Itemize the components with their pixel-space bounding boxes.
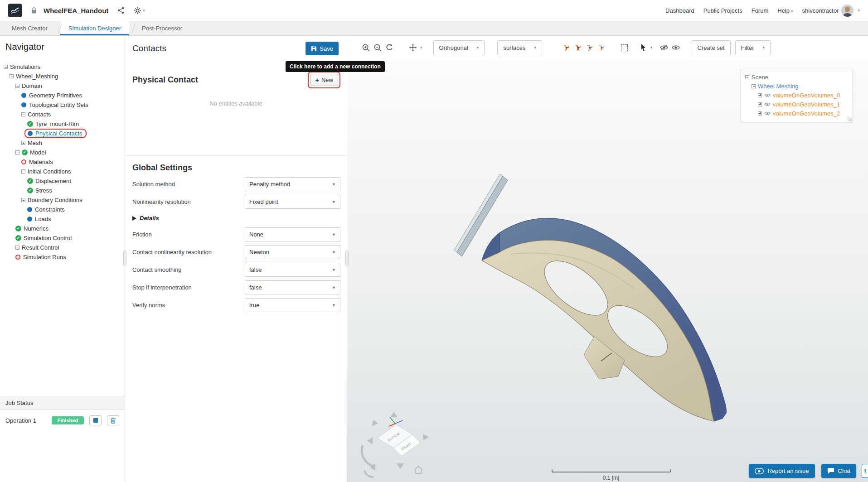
pan-tool-menu[interactable]: ▾: [407, 42, 422, 53]
collapse-icon[interactable]: [15, 84, 19, 88]
tree-item-constraints[interactable]: Constraints: [0, 205, 125, 214]
annotation-highlight: Physical Contacts: [24, 129, 87, 138]
collapse-icon[interactable]: [21, 112, 25, 116]
tree-item-displacement[interactable]: ✓Displacement: [0, 176, 125, 186]
projection-select[interactable]: Orthogonal▾: [433, 40, 485, 55]
solution-method-select[interactable]: Penalty method ▼: [245, 177, 340, 191]
tree-item-label: Mesh: [28, 140, 42, 146]
reset-view-icon[interactable]: [383, 42, 395, 53]
settings-menu[interactable]: ▾: [134, 7, 145, 14]
collapse-icon[interactable]: [15, 150, 19, 154]
scene-group-row[interactable]: Wheel Meshing: [745, 82, 849, 91]
model-3d-view[interactable]: BOTTOM RIGHT: [347, 59, 868, 482]
scene-item-volumeongeovolumes-0[interactable]: volumeOnGeoVolumes_0: [745, 91, 849, 100]
scene-item-label: volumeOnGeoVolumes_1: [773, 101, 840, 108]
verify-norms-select[interactable]: true ▼: [245, 298, 340, 312]
tree-item-domain[interactable]: Domain: [0, 81, 125, 91]
report-issue-button[interactable]: Report an issue: [749, 464, 815, 478]
box-select-icon[interactable]: [618, 42, 630, 53]
user-menu[interactable]: shivcontractor ▾: [802, 5, 860, 17]
collapse-icon[interactable]: [4, 65, 8, 69]
scene-tree-overlay: Scene Wheel Meshing volumeOnGeoVolumes_0…: [741, 69, 853, 122]
tree-item-boundary-conditions[interactable]: Boundary Conditions: [0, 195, 125, 205]
simscale-logo[interactable]: [8, 4, 22, 17]
tab-post-processor[interactable]: Post-Processor: [134, 21, 190, 35]
save-button[interactable]: Save: [305, 42, 339, 55]
selection-filter-edges-icon[interactable]: [584, 42, 596, 53]
viewport-canvas[interactable]: BOTTOM RIGHT: [347, 59, 868, 482]
tree-item-simulation-runs[interactable]: Simulation Runs: [0, 252, 125, 262]
expand-icon[interactable]: [758, 102, 762, 106]
collapse-icon[interactable]: [21, 169, 25, 174]
view-gizmo[interactable]: BOTTOM RIGHT: [362, 412, 429, 477]
setting-row-verify-norms: Verify norms true ▼: [132, 296, 340, 314]
tree-item-stress[interactable]: ✓Stress: [0, 186, 125, 195]
avatar[interactable]: [841, 5, 853, 17]
show-all-icon[interactable]: [670, 42, 682, 53]
details-toggle[interactable]: Details: [125, 211, 347, 226]
panel-resize-handle-left[interactable]: [123, 251, 126, 266]
tab-mesh-creator[interactable]: Mesh Creator: [4, 21, 56, 35]
notification-badge[interactable]: !: [862, 464, 868, 478]
stop-job-button[interactable]: [89, 415, 102, 425]
tree-item-tyre-mount-rim[interactable]: ✓Tyre_mount-Rim: [0, 119, 125, 129]
selection-filter-volumes-icon[interactable]: [560, 42, 572, 53]
tree-item-contacts[interactable]: Contacts: [0, 110, 125, 119]
help-menu[interactable]: Help▾: [777, 7, 793, 14]
render-mode-select[interactable]: surfaces▾: [497, 40, 542, 55]
tree-item-simulation-control[interactable]: ✓Simulation Control: [0, 233, 125, 243]
expand-icon[interactable]: [758, 93, 762, 97]
tree-item-model[interactable]: ✓Model: [0, 148, 125, 157]
contact-nonlinearity-resolution-select[interactable]: Newton ▼: [245, 245, 340, 259]
share-icon[interactable]: [117, 7, 125, 14]
tree-item-mesh[interactable]: Mesh: [0, 138, 125, 148]
selection-filter-nodes-icon[interactable]: [596, 42, 607, 53]
status-dot-icon: [27, 217, 32, 222]
home-view-icon[interactable]: [414, 466, 422, 473]
tab-simulation-designer[interactable]: Simulation Designer: [60, 21, 129, 35]
tree-item-loads[interactable]: Loads: [0, 214, 125, 224]
tree-item-wheel-meshing[interactable]: Wheel_Meshing: [0, 72, 125, 81]
expand-icon[interactable]: [15, 246, 19, 250]
tree-item-geometry-primitives[interactable]: Geometry Primitives: [0, 91, 125, 100]
scene-item-volumeongeovolumes-2[interactable]: volumeOnGeoVolumes_2: [745, 109, 849, 118]
friction-select[interactable]: None ▼: [245, 227, 340, 241]
tree-item-materials[interactable]: Materials: [0, 157, 125, 167]
tree-item-physical-contacts[interactable]: Physical Contacts: [0, 129, 125, 138]
selection-filter-faces-icon[interactable]: [572, 42, 584, 53]
contact-smoothing-select[interactable]: false ▼: [245, 263, 340, 277]
chat-button[interactable]: Chat: [821, 464, 856, 478]
global-settings-title: Global Settings: [125, 156, 347, 175]
model-rim-body[interactable]: [482, 240, 714, 421]
scene-root-row[interactable]: Scene: [745, 72, 849, 82]
tree-item-simulations[interactable]: Simulations: [0, 62, 125, 72]
nav-link-public-projects[interactable]: Public Projects: [703, 7, 742, 14]
zoom-in-icon[interactable]: [360, 42, 372, 53]
zoom-out-icon[interactable]: [372, 42, 383, 53]
new-contact-button[interactable]: + New: [310, 74, 338, 86]
delete-job-button[interactable]: [107, 415, 119, 425]
panel-resize-handle-right[interactable]: [345, 251, 349, 266]
navigator-tree: SimulationsWheel_MeshingDomainGeometry P…: [0, 55, 125, 396]
tree-item-result-control[interactable]: Result Control: [0, 243, 125, 252]
hide-selection-icon[interactable]: [658, 42, 670, 53]
create-set-button[interactable]: Create set: [692, 40, 731, 55]
collapse-icon[interactable]: [752, 84, 756, 88]
tree-item-topological-entity-sets[interactable]: Topological Entity Sets: [0, 100, 125, 110]
tree-item-initial-conditions[interactable]: Initial Conditions: [0, 167, 125, 176]
collapse-icon[interactable]: [21, 198, 25, 202]
filter-button[interactable]: Filter▾: [735, 40, 771, 55]
stop-if-interpenetration-select[interactable]: false ▼: [245, 280, 340, 294]
collapse-icon[interactable]: [10, 74, 14, 78]
scene-item-volumeongeovolumes-1[interactable]: volumeOnGeoVolumes_1: [745, 100, 849, 109]
collapse-icon[interactable]: [745, 75, 749, 79]
physical-contact-section: Physical Contact + New: [125, 72, 347, 88]
job-status-title: Job Status: [0, 396, 125, 410]
select-tool-menu[interactable]: ▾: [637, 42, 653, 53]
expand-icon[interactable]: [21, 141, 25, 145]
tree-item-numerics[interactable]: ✓Numerics: [0, 224, 125, 233]
nav-link-forum[interactable]: Forum: [752, 7, 769, 14]
expand-icon[interactable]: [758, 111, 762, 116]
nonlinearity-resolution-select[interactable]: Fixed point ▼: [245, 195, 340, 209]
nav-link-dashboard[interactable]: Dashboard: [665, 7, 694, 14]
